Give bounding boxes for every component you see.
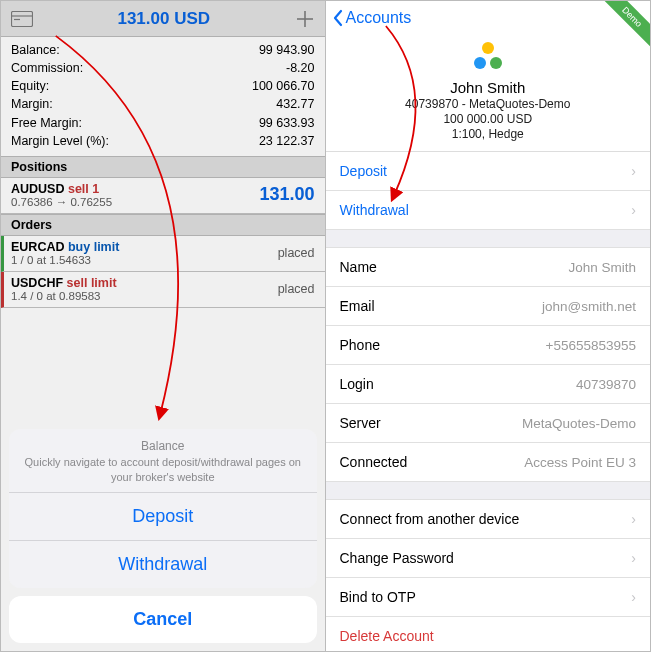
svg-point-7 xyxy=(490,57,502,69)
connect-another-device[interactable]: Connect from another device › xyxy=(326,500,651,539)
chevron-right-icon: › xyxy=(631,511,636,527)
nav-bar: Accounts xyxy=(326,1,651,35)
info-email: Email john@smith.net xyxy=(326,287,651,326)
cancel-button[interactable]: Cancel xyxy=(9,596,317,643)
delete-account[interactable]: Delete Account xyxy=(326,617,651,651)
withdrawal-row[interactable]: Withdrawal › xyxy=(326,191,651,230)
chevron-right-icon: › xyxy=(631,589,636,605)
chevron-right-icon: › xyxy=(631,202,636,218)
deposit-row[interactable]: Deposit › xyxy=(326,152,651,191)
change-password[interactable]: Change Password › xyxy=(326,539,651,578)
chevron-right-icon: › xyxy=(631,163,636,179)
sheet-desc: Quickly navigate to account deposit/with… xyxy=(23,455,303,484)
account-name: John Smith xyxy=(326,79,651,96)
chevron-right-icon: › xyxy=(631,550,636,566)
info-server: Server MetaQuotes-Demo xyxy=(326,404,651,443)
account-login-server: 40739870 - MetaQuotes-Demo xyxy=(326,97,651,111)
info-phone: Phone +55655853955 xyxy=(326,326,651,365)
account-profile: John Smith 40739870 - MetaQuotes-Demo 10… xyxy=(326,35,651,152)
info-connected: Connected Access Point EU 3 xyxy=(326,443,651,482)
svg-point-6 xyxy=(474,57,486,69)
info-login: Login 40739870 xyxy=(326,365,651,404)
account-leverage: 1:100, Hedge xyxy=(326,127,651,141)
broker-logo-icon xyxy=(470,39,506,75)
info-name: Name John Smith xyxy=(326,248,651,287)
withdrawal-button[interactable]: Withdrawal xyxy=(9,540,317,588)
svg-point-5 xyxy=(482,42,494,54)
sheet-title: Balance xyxy=(23,439,303,453)
back-accounts[interactable]: Accounts xyxy=(332,9,412,27)
balance-action-sheet: Balance Quickly navigate to account depo… xyxy=(9,429,317,643)
deposit-button[interactable]: Deposit xyxy=(9,492,317,540)
bind-to-otp[interactable]: Bind to OTP › xyxy=(326,578,651,617)
account-balance: 100 000.00 USD xyxy=(326,112,651,126)
